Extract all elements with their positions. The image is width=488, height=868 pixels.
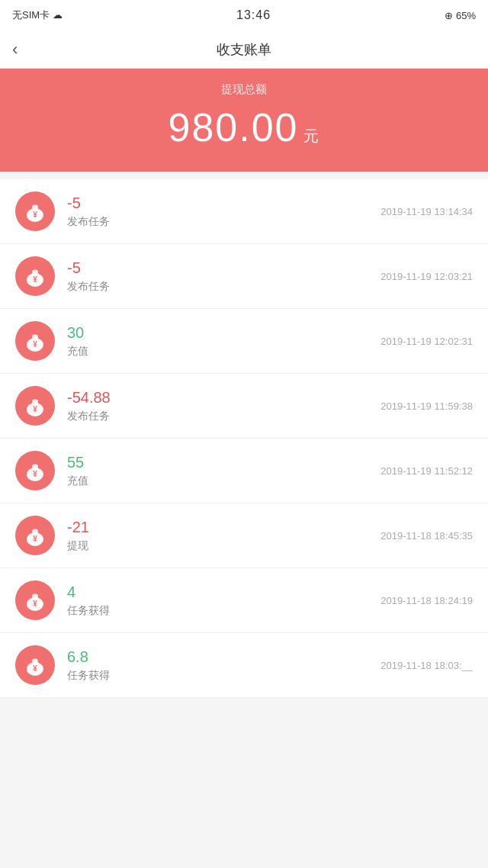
tx-amount: -5 (67, 259, 380, 277)
tx-content: 55充值 (67, 454, 380, 488)
tx-amount: -5 (67, 194, 380, 212)
tx-amount: 6.8 (67, 648, 380, 666)
money-bag-icon: ¥ (15, 451, 55, 490)
money-bag-icon: ¥ (15, 386, 55, 426)
tx-content: 30充值 (67, 324, 380, 358)
svg-point-6 (32, 270, 38, 274)
tx-amount: -54.88 (67, 389, 380, 407)
battery-status: ⊕ 65% (445, 10, 476, 21)
transaction-item: ¥ -54.88发布任务2019-11-19 11:59:38 (0, 374, 488, 439)
transaction-item: ¥ 4任务获得2019-11-18 18:24:19 (0, 568, 488, 633)
tx-amount: 4 (67, 583, 380, 601)
total-amount: 980.00元 (0, 104, 488, 150)
tx-desc: 充值 (67, 474, 380, 488)
transaction-list: ¥ -5发布任务2019-11-19 13:14:34 ¥ -5发布任务2019… (0, 179, 488, 698)
transaction-item: ¥ -21提现2019-11-18 18:45:35 (0, 503, 488, 568)
tx-date: 2019-11-18 18:45:35 (380, 530, 473, 542)
money-bag-icon: ¥ (15, 256, 55, 296)
page-title: 收支账单 (217, 40, 271, 59)
sim-status: 无SIM卡 ☁ (12, 8, 63, 22)
tx-desc: 充值 (67, 345, 380, 358)
svg-point-22 (32, 529, 38, 533)
svg-point-14 (32, 400, 38, 403)
money-bag-icon: ¥ (15, 645, 55, 685)
tx-desc: 任务获得 (67, 669, 380, 683)
money-bag-icon: ¥ (15, 321, 55, 361)
nav-bar: ‹ 收支账单 (0, 31, 488, 69)
money-bag-icon: ¥ (15, 516, 55, 555)
svg-point-10 (32, 335, 38, 339)
tx-content: -5发布任务 (67, 194, 380, 229)
svg-text:¥: ¥ (33, 340, 37, 349)
svg-point-26 (32, 594, 38, 598)
tx-date: 2019-11-19 13:14:34 (380, 206, 473, 217)
svg-point-30 (32, 659, 38, 663)
header-label: 提现总额 (0, 82, 488, 97)
svg-text:¥: ¥ (33, 470, 37, 478)
money-bag-icon: ¥ (15, 580, 55, 620)
svg-text:¥: ¥ (33, 600, 37, 608)
tx-content: -21提现 (67, 519, 380, 553)
transaction-item: ¥ -5发布任务2019-11-19 12:03:21 (0, 244, 488, 309)
svg-point-2 (32, 205, 38, 209)
tx-content: -54.88发布任务 (67, 389, 380, 423)
tx-desc: 发布任务 (67, 280, 380, 294)
transaction-item: ¥ -5发布任务2019-11-19 13:14:34 (0, 179, 488, 244)
bottom-area (0, 698, 488, 744)
status-time: 13:46 (236, 8, 271, 22)
status-right: ⊕ 65% (445, 10, 476, 21)
status-left: 无SIM卡 ☁ (12, 8, 63, 22)
header-banner: 提现总额 980.00元 (0, 69, 488, 172)
transaction-item: ¥ 55充值2019-11-19 11:52:12 (0, 439, 488, 503)
tx-date: 2019-11-19 11:59:38 (380, 400, 473, 412)
svg-text:¥: ¥ (33, 211, 37, 219)
tx-date: 2019-11-19 12:03:21 (380, 271, 473, 282)
transaction-item: ¥ 6.8任务获得2019-11-18 18:03:__ (0, 633, 488, 698)
tx-amount: -21 (67, 519, 380, 536)
tx-desc: 任务获得 (67, 604, 380, 618)
tx-desc: 发布任务 (67, 215, 380, 229)
svg-text:¥: ¥ (33, 664, 37, 673)
tx-content: -5发布任务 (67, 259, 380, 294)
money-bag-icon: ¥ (15, 191, 55, 231)
tx-desc: 发布任务 (67, 410, 380, 423)
tx-content: 4任务获得 (67, 583, 380, 618)
tx-date: 2019-11-19 12:02:31 (380, 336, 473, 347)
tx-amount: 30 (67, 324, 380, 342)
svg-text:¥: ¥ (33, 405, 37, 413)
tx-desc: 提现 (67, 539, 380, 553)
tx-amount: 55 (67, 454, 380, 471)
status-bar: 无SIM卡 ☁ 13:46 ⊕ 65% (0, 0, 488, 31)
svg-text:¥: ¥ (33, 275, 37, 284)
back-button[interactable]: ‹ (12, 40, 18, 59)
tx-date: 2019-11-19 11:52:12 (380, 465, 473, 477)
svg-text:¥: ¥ (33, 535, 37, 543)
tx-content: 6.8任务获得 (67, 648, 380, 683)
svg-point-18 (32, 465, 38, 468)
transaction-item: ¥ 30充值2019-11-19 12:02:31 (0, 309, 488, 374)
tx-date: 2019-11-18 18:24:19 (380, 595, 473, 606)
tx-date: 2019-11-18 18:03:__ (380, 660, 473, 671)
